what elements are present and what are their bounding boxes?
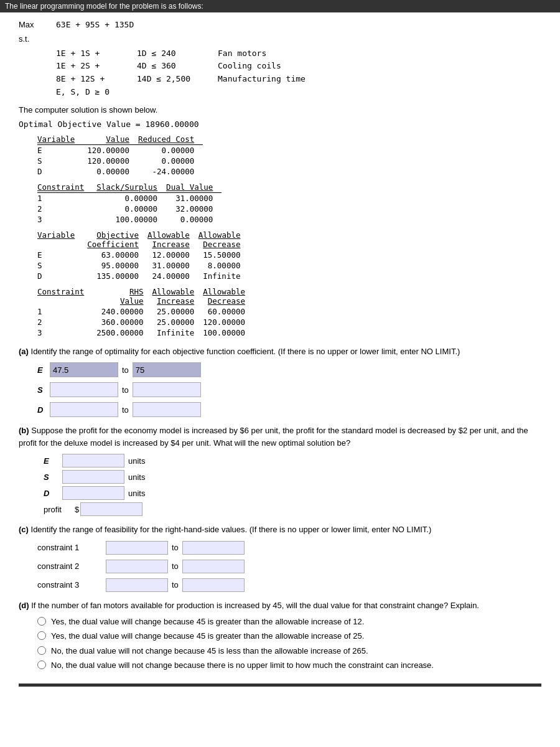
var-table-cell: S <box>37 156 87 166</box>
constraint-col-header: Constraint <box>37 182 96 193</box>
sensitivity-constraint-table: Constraint RHSValue AllowableIncrease Al… <box>37 286 541 338</box>
part-b-label-e: E <box>44 456 62 466</box>
part-c-c1-upper[interactable] <box>182 541 245 555</box>
part-a-label-d: D <box>37 405 50 415</box>
var-table-cell: -24.00000 <box>138 166 203 177</box>
radio-item-3[interactable]: No, the dual value will not change becau… <box>37 660 541 671</box>
part-a-row-d: D to <box>37 402 541 417</box>
part-c-c2-lower[interactable] <box>106 560 168 573</box>
sens-var-cell: 12.00000 <box>147 250 198 260</box>
part-a-input-e-lower[interactable] <box>50 362 118 377</box>
sens-var-cell: 8.00000 <box>198 260 250 271</box>
part-c-constraints: constraint 1 to constraint 2 to constrai… <box>37 541 541 592</box>
var-table-cell: 120.00000 <box>87 156 138 166</box>
part-c-constraint-2: constraint 2 to <box>37 560 541 573</box>
problem-statement: Max 63E + 95S + 135D s.t. 1E + 1S + 1D ≤… <box>19 19 541 99</box>
sens-con-cell: 240.00000 <box>96 306 152 317</box>
sc-allow-dec-header: AllowableDecrease <box>203 286 254 306</box>
sens-con-cell: 360.00000 <box>96 317 152 327</box>
part-c-c3-lower[interactable] <box>106 578 168 592</box>
con-table-cell: 3 <box>37 214 96 225</box>
dual-col-header: Dual Value <box>166 182 222 193</box>
radio-label-1: Yes, the dual value will change because … <box>51 631 364 642</box>
part-c-constraint-3: constraint 3 to <box>37 578 541 592</box>
part-b-profit-input[interactable] <box>80 502 142 516</box>
con-table-cell: 100.00000 <box>96 214 166 225</box>
part-c-c1-lower[interactable] <box>106 541 168 555</box>
max-expr: 63E + 95S + 135D <box>56 19 134 32</box>
constraint-2-lhs: 1E + 2S + <box>56 60 118 73</box>
radio-circle-1 <box>37 631 46 640</box>
sens-var-cell: 63.00000 <box>87 250 147 260</box>
part-b-letter: (b) <box>19 426 29 435</box>
bottom-bar <box>19 684 541 687</box>
part-a-input-d-lower[interactable] <box>50 402 118 417</box>
constraint-1-rhs: Fan motors <box>218 47 266 60</box>
radio-item-1[interactable]: Yes, the dual value will change because … <box>37 631 541 642</box>
part-b-profit-row: profit $ <box>44 502 541 516</box>
sens-con-cell: 25.00000 <box>152 306 203 317</box>
part-a-row-e: E to <box>37 362 541 377</box>
sens-con-cell: 2 <box>37 317 96 327</box>
sens-con-cell: 100.00000 <box>203 327 254 338</box>
part-c-letter: (c) <box>19 525 29 534</box>
part-b-input-d[interactable] <box>62 486 124 500</box>
slack-col-header: Slack/Surplus <box>96 182 166 193</box>
sens-var-cell: E <box>37 250 87 260</box>
sc-con-header: Constraint <box>37 286 96 306</box>
radio-label-2: No, the dual value will not change becau… <box>51 646 368 657</box>
part-b-text: Suppose the profit for the economy model… <box>19 426 528 448</box>
part-b-row-e: E units <box>44 454 541 467</box>
sens-var-cell: 31.00000 <box>147 260 198 271</box>
radio-circle-0 <box>37 617 46 626</box>
radio-item-0[interactable]: Yes, the dual value will change because … <box>37 616 541 627</box>
part-a-text: Identify the range of optimality for eac… <box>31 347 460 356</box>
part-a-label-e: E <box>37 365 50 375</box>
sens-var-cell: 24.00000 <box>147 271 198 281</box>
sc-rhs-header: RHSValue <box>96 286 152 306</box>
sv-allow-dec-header: AllowableDecrease <box>198 230 250 250</box>
part-b-input-s[interactable] <box>62 470 124 484</box>
value-col-header: Value <box>87 134 138 145</box>
var-table-cell: 120.00000 <box>87 144 138 156</box>
var-table-cell: D <box>37 166 87 177</box>
sv-var-header: Variable <box>37 230 87 250</box>
con-table-cell: 0.00000 <box>96 204 166 214</box>
sensitivity-variable-table: Variable ObjectiveCoefficient AllowableI… <box>37 230 541 281</box>
top-bar-text: The linear programming model for the pro… <box>5 2 203 11</box>
radio-item-2[interactable]: No, the dual value will not change becau… <box>37 646 541 657</box>
part-c-text: Identify the range of feasibility for th… <box>31 525 432 534</box>
part-a-input-d-upper[interactable] <box>133 402 201 417</box>
sens-con-cell: 3 <box>37 327 96 338</box>
sens-var-cell: Infinite <box>198 271 250 281</box>
part-a-input-s-lower[interactable] <box>50 382 118 397</box>
part-d-question: (d) If the number of fan motors availabl… <box>19 599 541 612</box>
constraint-3-lhs: 8E + 12S + <box>56 73 118 86</box>
sens-con-cell: 2500.00000 <box>96 327 152 338</box>
part-b-input-e[interactable] <box>62 454 124 467</box>
var-table-cell: 0.00000 <box>138 156 203 166</box>
part-a-input-e-upper[interactable] <box>133 362 201 377</box>
sens-var-cell: 15.50000 <box>198 250 250 260</box>
sens-con-cell: 1 <box>37 306 96 317</box>
st-label: s.t. <box>19 33 56 46</box>
radio-label-3: No, the dual value will not change becau… <box>51 660 434 671</box>
constraint-table: Constraint Slack/Surplus Dual Value 10.0… <box>37 182 541 225</box>
part-c-c2-upper[interactable] <box>182 560 245 573</box>
var-table-cell: 0.00000 <box>87 166 138 177</box>
con-table-cell: 32.00000 <box>166 204 222 214</box>
constraint-1-lhs: 1E + 1S + <box>56 47 118 60</box>
part-a-letter: (a) <box>19 347 29 356</box>
part-a-input-s-upper[interactable] <box>133 382 201 397</box>
constraint-1-mid: 1D ≤ 240 <box>137 47 199 60</box>
part-d-letter: (d) <box>19 601 29 610</box>
part-c-constraint-1: constraint 1 to <box>37 541 541 555</box>
var-table-cell: E <box>37 144 87 156</box>
part-b-question: (b) Suppose the profit for the economy m… <box>19 425 541 449</box>
reduced-cost-col-header: Reduced Cost <box>138 134 203 145</box>
part-a-label-s: S <box>37 385 50 395</box>
optimal-line: Optimal Objective Value = 18960.00000 <box>19 120 541 129</box>
sens-var-cell: 95.00000 <box>87 260 147 271</box>
part-c-c3-upper[interactable] <box>182 578 245 592</box>
con-table-cell: 31.00000 <box>166 192 222 204</box>
